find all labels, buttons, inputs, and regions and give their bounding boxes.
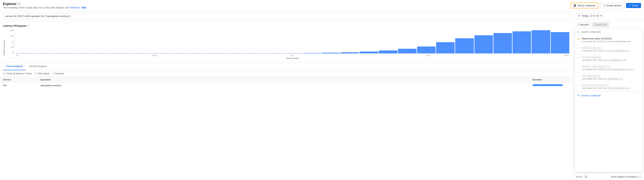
- notebook-name: Member Chris Regan Fun: [582, 65, 640, 68]
- table-row[interactable]: iOS /api/update-inventory: [0, 83, 573, 88]
- group-by-label: Group by: [55, 72, 64, 75]
- share-button[interactable]: ↗ Share: [626, 3, 641, 8]
- chart-bar: [551, 32, 569, 54]
- col-operation-header: Operation: [40, 78, 533, 81]
- chart-bar: [532, 30, 550, 54]
- chart-bar: [322, 53, 340, 54]
- chart-bar: [226, 53, 245, 54]
- star-icon[interactable]: ☆: [578, 56, 580, 59]
- group-by-item[interactable]: ≡ Group by: [53, 72, 64, 75]
- chart-body: 1μs 100μs 1ms 10ms 100ms Span Duration: [15, 30, 570, 60]
- chart-bar: [112, 53, 130, 54]
- chart-bar: [130, 53, 149, 54]
- show-all-spans-checkbox[interactable]: [3, 72, 6, 75]
- star-icon[interactable]: ☆: [578, 66, 580, 68]
- new-badge: NEW: [81, 6, 87, 9]
- svg-line-1: [579, 32, 580, 33]
- search-box: [575, 28, 642, 35]
- chart-help-icon[interactable]: ?: [28, 24, 29, 27]
- y-axis: 100K 10K 1K 100 10 1: [7, 30, 15, 60]
- top-bar: Explorer ⓘ You're viewing 1-hour of span…: [0, 0, 644, 11]
- notebook-meta: Last edited: Dec 9 2021 by someone@er@li…: [582, 68, 640, 70]
- notebook-meta: Last edited: Dec 9 2021 by zz@lightstep.…: [582, 78, 640, 80]
- notebook-search-input[interactable]: [581, 30, 640, 33]
- notebook-item[interactable]: ☆ first test notebook Last edited: Dec 9…: [575, 54, 642, 63]
- query-input[interactable]: [3, 13, 570, 19]
- notebook-item[interactable]: ☆ 000's playground Last edited: Dec 9 20…: [575, 73, 642, 82]
- chart-bar: [207, 53, 226, 54]
- notebook-info: 000's playground Last edited: Dec 9 2021…: [582, 74, 640, 80]
- chart-container: Number of spans 100K 10K 1K 100 10 1: [3, 30, 570, 60]
- day-prior-button[interactable]: 1 day prior: [576, 22, 591, 27]
- chart-bar: [436, 42, 454, 54]
- query-bar: [0, 11, 573, 21]
- filter-spans-item[interactable]: ▽ Filter Spans: [35, 72, 50, 75]
- chart-bar: [35, 53, 54, 54]
- create-stream-button[interactable]: ↗ Create stream: [600, 3, 624, 8]
- top-bar-left: Explorer ⓘ You're viewing 1-hour of span…: [3, 2, 87, 9]
- notebook-name: another book for emails T: [582, 84, 640, 87]
- main-panel: Latency Histogram ? Number of spans 100K…: [0, 11, 573, 180]
- chart-bar: [417, 46, 436, 54]
- chart-bar: [54, 53, 73, 54]
- tabs-section: Trace Analysis Service Diagram: [0, 62, 573, 70]
- top-bar-right: 📓 Add to notebook ↗ Create stream ↗ Shar…: [570, 2, 641, 8]
- chart-section: Latency Histogram ? Number of spans 100K…: [0, 21, 573, 62]
- toolbar: Show all Spans in Traces ▽ Filter Spans …: [0, 70, 573, 77]
- x-axis-title: Span Duration: [15, 57, 570, 60]
- notebooks-link[interactable]: Notebooks: [69, 6, 80, 9]
- info-icon[interactable]: ⓘ: [18, 2, 20, 6]
- chart-bar: [379, 50, 397, 54]
- duration-bar: [533, 84, 562, 86]
- notebook-dropdown: ★ Warehouse spike 6/15/2021 Last edited:…: [575, 28, 642, 172]
- plus-icon: +: [578, 94, 579, 97]
- chart-bar: [341, 52, 359, 54]
- notebook-item[interactable]: ☆ another entry here Last edited: Dec 9 …: [575, 45, 642, 54]
- chart-bar: [74, 53, 92, 54]
- row-duration: [533, 84, 570, 87]
- x-axis: 1μs 100μs 1ms 10ms 100ms: [15, 54, 570, 56]
- tab-trace-analysis[interactable]: Trace Analysis: [3, 62, 26, 70]
- chart-bar: [302, 53, 321, 54]
- week-prior-button[interactable]: 1 week prior: [592, 22, 609, 27]
- notebook-item[interactable]: ☆ Member Chris Regan Fun Last edited: De…: [575, 63, 642, 73]
- notebook-item[interactable]: ☆ another book for emails T Last edited:…: [575, 82, 642, 91]
- y-axis-title: Number of spans: [3, 30, 5, 56]
- chart-bar: [188, 53, 206, 54]
- notebook-info: another entry here Last edited: Dec 9 20…: [582, 46, 640, 52]
- col-service-header: Service: [3, 78, 40, 81]
- group-icon: ≡: [53, 72, 54, 75]
- col-duration-header: Duration: [533, 78, 570, 81]
- svg-point-0: [578, 31, 579, 32]
- bottom-section: Errors 0 Show negative correlations ⓘ: [573, 174, 644, 180]
- star-icon[interactable]: ☆: [578, 84, 580, 87]
- chart-bars-area: [15, 30, 570, 54]
- notebook-meta: Last edited: Dec 9 2021 by somei@lightst…: [582, 59, 640, 61]
- chart-bar: [245, 53, 264, 54]
- notebook-meta: Last edited: Dec 9 2021 by someone@light…: [582, 50, 640, 52]
- chart-bar: [474, 35, 493, 54]
- show-negative-help-icon[interactable]: ⓘ: [639, 175, 641, 178]
- datetime-display[interactable]: ↺ Today, 17:17:16 ▾: [576, 13, 604, 18]
- add-to-notebook-button[interactable]: 📓 Add to notebook: [570, 2, 598, 8]
- star-icon[interactable]: ☆: [578, 75, 580, 78]
- show-all-spans-label: Show all Spans in Traces: [7, 72, 32, 75]
- notebook-icon: 📓: [574, 4, 576, 7]
- star-icon[interactable]: ★: [578, 38, 580, 40]
- y-axis-container: Number of spans: [3, 30, 5, 60]
- errors-label: Errors: [576, 176, 582, 178]
- show-negative-correlations[interactable]: Show negative correlations ⓘ: [611, 175, 641, 178]
- page-title: Explorer ⓘ: [3, 2, 87, 6]
- subtitle-prefix: You're viewing 1-hour of span data. For …: [3, 6, 68, 9]
- notebook-name: first test notebook: [582, 56, 640, 59]
- create-notebook-button[interactable]: + Create a notebook: [575, 91, 642, 99]
- show-all-spans-item[interactable]: Show all Spans in Traces: [3, 72, 32, 75]
- star-icon[interactable]: ☆: [578, 47, 580, 50]
- chart-bar: [92, 53, 111, 54]
- notebook-name: another entry here: [582, 46, 640, 49]
- tab-service-diagram[interactable]: Service Diagram: [26, 62, 50, 70]
- notebook-info: first test notebook Last edited: Dec 9 2…: [582, 56, 640, 61]
- content-area: Latency Histogram ? Number of spans 100K…: [0, 11, 644, 180]
- notebook-name: Warehouse spike 6/15/2021: [582, 37, 640, 40]
- notebook-item[interactable]: ★ Warehouse spike 6/15/2021 Last edited:…: [575, 35, 642, 45]
